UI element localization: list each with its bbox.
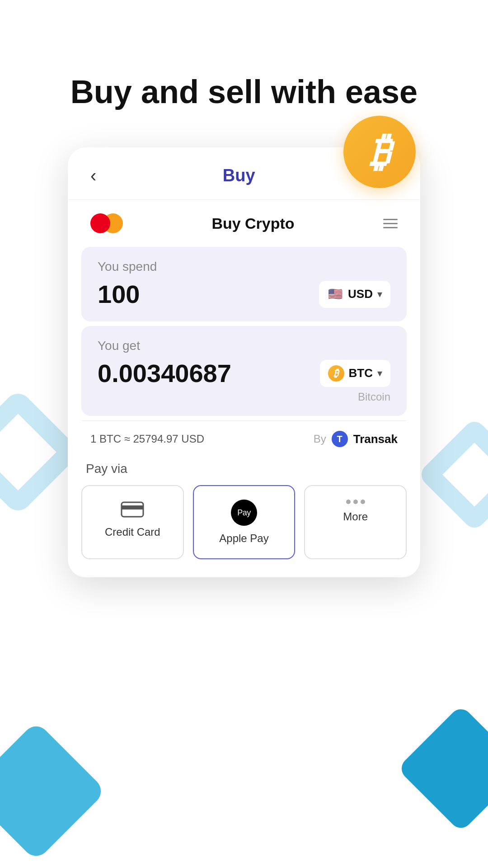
get-label: You get	[98, 339, 390, 353]
sub-header-title: Buy Crypto	[211, 215, 294, 232]
pay-via-section: Pay via Credit Card Pay	[68, 457, 420, 559]
pay-option-credit-card[interactable]: Credit Card	[81, 485, 184, 559]
hamburger-line-3	[383, 227, 398, 228]
apple-pay-icon: Pay	[231, 500, 257, 526]
get-value[interactable]: 0.00340687	[98, 359, 231, 388]
usd-code: USD	[348, 287, 373, 301]
get-section: You get 0.00340687 ₿ BTC ▾ Bitcoin	[81, 326, 407, 416]
get-input-row: 0.00340687 ₿ BTC ▾	[98, 359, 390, 388]
hamburger-line-2	[383, 223, 398, 224]
btc-code: BTC	[349, 366, 373, 380]
rate-row: 1 BTC ≈ 25794.97 USD By T Transak	[68, 421, 420, 457]
bg-decoration-right-bottom	[397, 705, 488, 833]
back-button[interactable]: ‹	[90, 165, 96, 186]
bg-decoration-right-mid	[417, 417, 488, 533]
main-card-container: ₿ ‹ Buy Buy Crypto	[68, 147, 420, 577]
coin-name: Bitcoin	[98, 391, 390, 403]
spend-section: You spend 100 🇺🇸 USD ▾	[81, 247, 407, 321]
btc-icon: ₿	[328, 365, 344, 382]
provider-name: Transak	[353, 432, 398, 446]
app-card: ‹ Buy Buy Crypto You spend	[68, 147, 420, 577]
pay-via-label: Pay via	[81, 462, 407, 476]
spend-input-row: 100 🇺🇸 USD ▾	[98, 279, 390, 309]
app-sub-header: Buy Crypto	[68, 200, 420, 242]
transak-initial: T	[337, 434, 343, 444]
credit-card-icon	[121, 500, 144, 519]
svg-rect-1	[122, 505, 143, 509]
hero-title: Buy and sell with ease	[0, 0, 488, 147]
spend-label: You spend	[98, 259, 390, 274]
spend-value[interactable]: 100	[98, 279, 140, 309]
exchange-rate: 1 BTC ≈ 25794.97 USD	[90, 433, 204, 445]
transak-icon: T	[332, 431, 348, 447]
bitcoin-badge: ₿	[343, 116, 416, 188]
by-label: By	[314, 433, 326, 445]
pay-options-row: Credit Card Pay Apple Pay Mo	[81, 485, 407, 559]
bg-decoration-left-bottom	[0, 721, 107, 861]
screen-title: Buy	[223, 166, 255, 185]
more-label: More	[343, 510, 368, 523]
sub-header-menu[interactable]	[383, 219, 398, 228]
currency-selector-usd[interactable]: 🇺🇸 USD ▾	[319, 281, 390, 308]
apple-pay-label: Apple Pay	[219, 532, 268, 545]
currency-selector-btc[interactable]: ₿ BTC ▾	[320, 360, 390, 387]
chevron-down-icon: ▾	[377, 288, 382, 300]
apple-pay-symbol: Pay	[237, 508, 251, 518]
bitcoin-symbol: ₿	[370, 132, 390, 172]
more-dots-icon	[346, 500, 365, 504]
pay-option-more[interactable]: More	[304, 485, 407, 559]
usd-flag: 🇺🇸	[327, 286, 343, 302]
provider-info: By T Transak	[314, 431, 398, 447]
credit-card-label: Credit Card	[105, 526, 160, 538]
btc-chevron-down-icon: ▾	[377, 368, 382, 379]
dot-1	[346, 500, 351, 504]
hamburger-line-1	[383, 219, 398, 220]
pay-option-apple-pay[interactable]: Pay Apple Pay	[193, 485, 296, 559]
dot-3	[361, 500, 365, 504]
mastercard-logo	[90, 213, 123, 233]
dot-2	[353, 500, 358, 504]
